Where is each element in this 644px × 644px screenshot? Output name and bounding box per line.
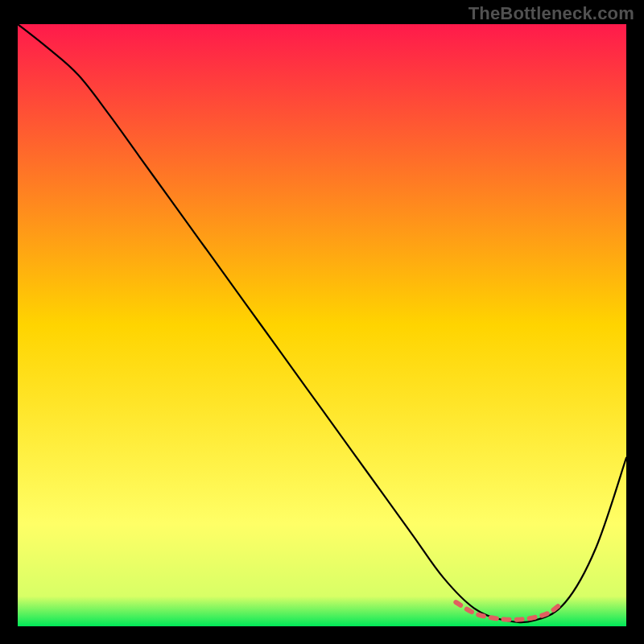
bottleneck-curve-chart [18,24,626,626]
plot-area [18,24,626,626]
chart-stage: TheBottleneck.com [0,0,644,644]
watermark-text: TheBottleneck.com [469,3,634,24]
